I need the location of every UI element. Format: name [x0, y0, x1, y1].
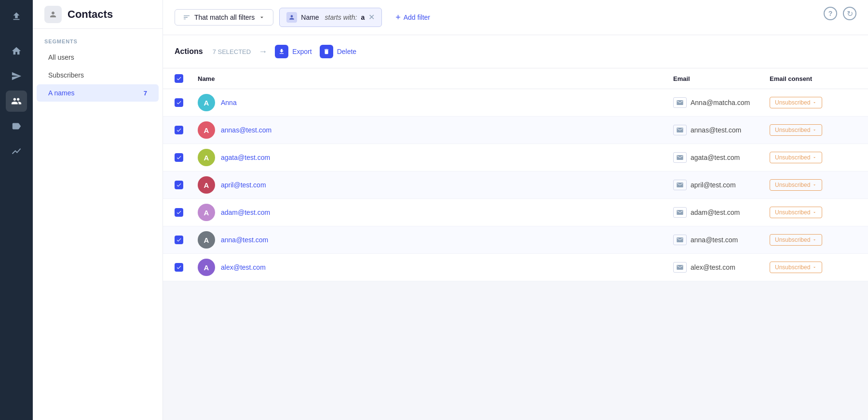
contact-name[interactable]: alex@test.com [221, 263, 266, 271]
email-cell: Anna@matcha.com [673, 97, 770, 108]
table-row: A annas@test.com annas@test.com Unsubscr… [163, 117, 868, 144]
nav-send-icon[interactable] [6, 66, 27, 87]
row-checkbox[interactable] [175, 126, 183, 134]
main-content: ? ↻ That match all filters Name starts w… [163, 0, 868, 420]
email-value: anna@test.com [691, 236, 738, 244]
nav-rail [0, 0, 33, 420]
nav-tag-icon[interactable] [6, 116, 27, 137]
export-button[interactable]: Export [275, 43, 312, 60]
name-cell: A anna@test.com [198, 231, 673, 249]
match-filter-label: That match all filters [194, 13, 255, 21]
row-checkbox[interactable] [175, 263, 183, 272]
email-icon [673, 207, 687, 218]
table-row: A agata@test.com agata@test.com Unsubscr… [163, 144, 868, 171]
email-value: Anna@matcha.com [691, 99, 750, 106]
avatar: A [198, 176, 215, 194]
email-icon [673, 180, 687, 190]
nav-contacts-icon[interactable] [6, 91, 27, 112]
nav-upload-icon[interactable] [6, 6, 27, 27]
name-filter-tag: Name starts with: a ✕ [279, 8, 382, 27]
table-row: A anna@test.com anna@test.com Unsubscrib… [163, 226, 868, 254]
export-icon [275, 45, 288, 58]
segments-label: SEGMENTS [33, 29, 163, 48]
contact-name[interactable]: adam@test.com [221, 209, 270, 216]
email-cell: anna@test.com [673, 235, 770, 245]
filter-person-icon [286, 12, 297, 23]
row-checkbox-cell [175, 126, 198, 134]
consent-cell: Unsubscribed [770, 97, 856, 108]
actions-label: Actions [175, 47, 203, 56]
nav-chart-icon[interactable] [6, 141, 27, 162]
table-row: A alex@test.com alex@test.com Unsubscrib… [163, 254, 868, 281]
email-value: april@test.com [691, 181, 736, 189]
top-header: Contacts [33, 0, 163, 29]
name-cell: A april@test.com [198, 176, 673, 194]
remove-filter-button[interactable]: ✕ [368, 13, 375, 21]
sidebar-item-subscribers[interactable]: Subscribers [37, 66, 159, 84]
avatar: A [198, 259, 215, 276]
contact-name[interactable]: Anna [221, 99, 237, 106]
row-checkbox[interactable] [175, 153, 183, 162]
consent-badge[interactable]: Unsubscribed [770, 179, 822, 191]
page-title: Contacts [68, 8, 113, 21]
email-icon [673, 125, 687, 135]
email-value: annas@test.com [691, 126, 741, 134]
contact-name[interactable]: annas@test.com [221, 126, 271, 134]
avatar: A [198, 94, 215, 111]
consent-column-header: Email consent [770, 75, 856, 82]
name-cell: A agata@test.com [198, 149, 673, 166]
consent-cell: Unsubscribed [770, 179, 856, 191]
consent-badge[interactable]: Unsubscribed [770, 152, 822, 163]
email-icon [673, 235, 687, 245]
email-cell: adam@test.com [673, 207, 770, 218]
consent-cell: Unsubscribed [770, 234, 856, 246]
contact-name[interactable]: agata@test.com [221, 154, 270, 161]
row-checkbox-cell [175, 236, 198, 244]
delete-icon [320, 45, 333, 58]
table-body: A Anna Anna@matcha.com Unsubscribed A an… [163, 89, 868, 281]
nav-home-icon[interactable] [6, 40, 27, 62]
avatar: A [198, 121, 215, 139]
help-icon[interactable]: ? [824, 7, 837, 20]
consent-cell: Unsubscribed [770, 124, 856, 136]
table-header: Name Email Email consent [163, 68, 868, 89]
delete-button[interactable]: Delete [320, 43, 356, 60]
actions-bar: Actions 7 SELECTED → Export Delete [163, 35, 868, 68]
email-column-header: Email [673, 75, 770, 82]
name-column-header: Name [198, 75, 673, 82]
table-row: A adam@test.com adam@test.com Unsubscrib… [163, 199, 868, 226]
row-checkbox[interactable] [175, 236, 183, 244]
consent-badge[interactable]: Unsubscribed [770, 234, 822, 246]
name-cell: A annas@test.com [198, 121, 673, 139]
actions-arrow-icon: → [258, 47, 267, 57]
email-cell: alex@test.com [673, 262, 770, 273]
row-checkbox[interactable] [175, 181, 183, 189]
refresh-icon[interactable]: ↻ [843, 7, 856, 20]
select-all-checkbox[interactable] [175, 74, 183, 83]
add-filter-button[interactable]: + Add filter [388, 9, 438, 26]
sidebar-item-all-users[interactable]: All users [37, 49, 159, 66]
consent-badge[interactable]: Unsubscribed [770, 207, 822, 218]
sidebar: Contacts SEGMENTS All users Subscribers … [33, 0, 163, 420]
table-row: A Anna Anna@matcha.com Unsubscribed [163, 89, 868, 117]
row-checkbox-cell [175, 153, 198, 162]
header-left: Contacts [44, 6, 113, 23]
filter-value: a [361, 13, 365, 21]
match-filter-dropdown[interactable]: That match all filters [175, 9, 273, 26]
avatar: A [198, 231, 215, 249]
header-checkbox-cell [175, 74, 198, 83]
email-icon [673, 152, 687, 163]
filter-bar: That match all filters Name starts with:… [163, 0, 868, 35]
row-checkbox-cell [175, 181, 198, 189]
consent-badge[interactable]: Unsubscribed [770, 124, 822, 136]
content-area: Actions 7 SELECTED → Export Delete [163, 35, 868, 420]
contact-name[interactable]: april@test.com [221, 181, 266, 189]
row-checkbox[interactable] [175, 208, 183, 217]
contact-name[interactable]: anna@test.com [221, 236, 268, 244]
consent-badge[interactable]: Unsubscribed [770, 97, 822, 108]
consent-badge[interactable]: Unsubscribed [770, 262, 822, 273]
row-checkbox-cell [175, 208, 198, 217]
row-checkbox[interactable] [175, 98, 183, 107]
sidebar-item-a-names[interactable]: A names 7 [37, 84, 159, 102]
avatar: A [198, 204, 215, 221]
